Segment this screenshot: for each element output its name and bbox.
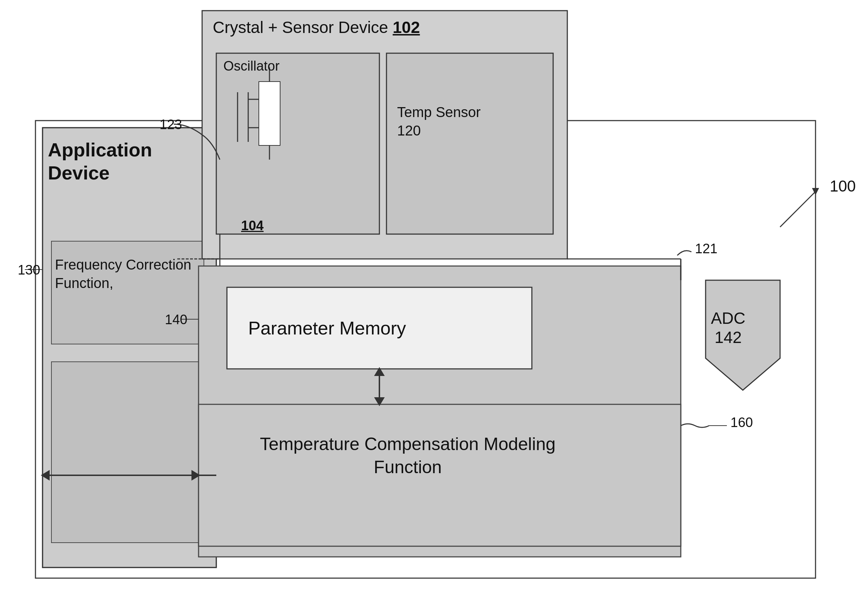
ref-140: 140: [165, 312, 187, 327]
svg-rect-7: [259, 82, 280, 145]
oscillator-number: 104: [241, 218, 264, 233]
svg-marker-21: [374, 397, 385, 406]
crystal-sensor-label: Crystal + Sensor Device 102: [213, 18, 420, 37]
svg-rect-0: [36, 121, 816, 578]
svg-marker-20: [374, 367, 385, 376]
svg-rect-6: [216, 53, 379, 234]
svg-marker-32: [812, 188, 819, 195]
parameter-memory-label: Parameter Memory: [248, 317, 406, 339]
svg-marker-24: [41, 470, 50, 481]
temp-sensor-label: Temp Sensor 120: [397, 103, 481, 140]
svg-rect-14: [386, 53, 553, 234]
ref-160: 160: [731, 415, 753, 430]
oscillator-label: Oscillator: [224, 58, 279, 74]
ref-100: 100: [830, 177, 856, 195]
ref-123: 123: [160, 117, 182, 132]
svg-line-31: [780, 191, 816, 227]
ref-121: 121: [695, 241, 717, 256]
temp-compensation-label: Temperature Compensation Modeling Functi…: [248, 433, 567, 479]
adc-label: ADC 142: [711, 309, 745, 347]
svg-rect-2: [43, 128, 216, 568]
svg-marker-25: [191, 470, 200, 481]
diagram-svg: [0, 0, 868, 598]
frequency-correction-label: Frequency Correction Function,: [55, 256, 197, 292]
application-device-label: Application Device: [48, 138, 207, 184]
svg-rect-4: [51, 362, 204, 543]
svg-rect-15: [198, 266, 681, 557]
ref-130: 130: [18, 262, 40, 278]
svg-rect-1: [43, 128, 216, 568]
diagram: Application Device Frequency Correction …: [0, 0, 868, 598]
